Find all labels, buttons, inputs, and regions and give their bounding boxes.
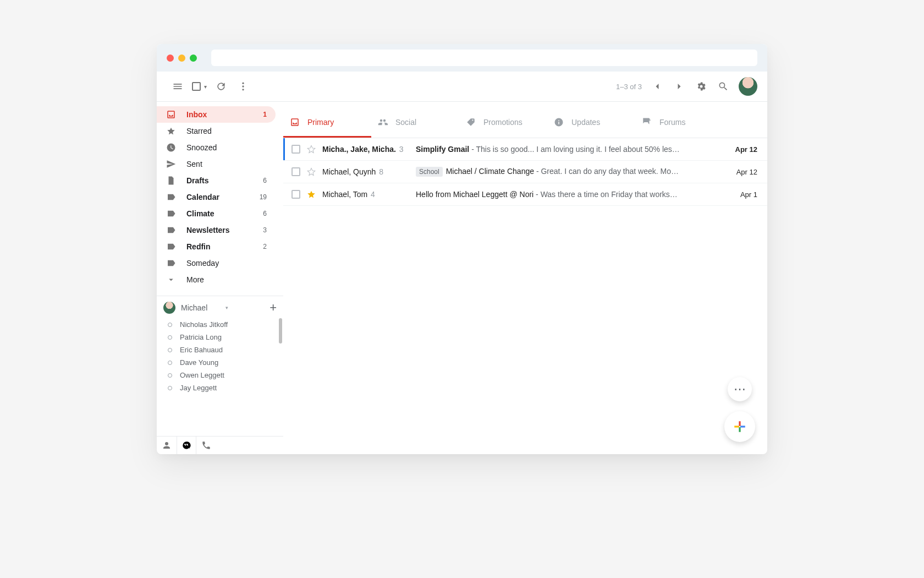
star-icon [166,126,177,136]
sidebar-item-drafts[interactable]: Drafts6 [157,172,276,189]
tab-updates[interactable]: Updates [547,108,635,138]
more-icon[interactable] [232,75,254,97]
sidebar-item-label: More [186,275,267,284]
sidebar-item-redfin[interactable]: Redfin2 [157,238,276,255]
svg-point-0 [242,83,244,84]
sidebar-item-starred[interactable]: Starred [157,123,276,139]
main: Inbox1StarredSnoozedSentDrafts6Calendar1… [157,102,767,454]
sidebar-item-someday[interactable]: Someday [157,255,276,271]
sidebar-item-label: Calendar [186,193,260,201]
sidebar-item-label: Sent [186,160,267,168]
contact-item[interactable]: Nicholas Jitkoff [157,318,283,331]
hangouts-tab-person[interactable] [157,437,177,454]
sidebar-item-more[interactable]: More [157,271,276,288]
url-bar[interactable] [211,50,757,66]
hangouts-username: Michael [181,303,222,312]
contact-name: Owen Leggett [180,371,224,379]
sidebar-item-label: Drafts [186,176,263,185]
compose-fab[interactable] [724,411,755,442]
sidebar-item-label: Redfin [186,242,263,251]
sidebar-item-label: Someday [186,259,267,268]
settings-icon[interactable] [690,75,712,97]
inbox-icon [166,110,177,119]
content: PrimarySocialPromotionsUpdatesForums Mic… [283,102,767,454]
message-date: Apr 12 [736,168,757,176]
message-row[interactable]: Michael, Tom 4Hello from Michael Leggett… [283,183,767,206]
sidebar-item-count: 3 [263,226,267,234]
tab-forums[interactable]: Forums [635,108,723,138]
hangouts-tab-call[interactable] [196,437,216,454]
message-checkbox[interactable] [292,145,300,154]
prev-page-icon[interactable] [646,75,668,97]
send-icon [166,159,177,169]
message-row[interactable]: Micha., Jake, Micha. 3Simplify Gmail - T… [283,138,767,161]
tab-label: Social [395,118,416,127]
forum-icon [642,117,652,127]
hangouts-tab-chat[interactable] [177,437,196,454]
contact-item[interactable]: Patricia Long [157,331,283,343]
sidebar-item-label: Inbox [186,110,263,119]
sidebar-item-snoozed[interactable]: Snoozed [157,139,276,156]
tab-label: Primary [307,118,334,127]
menu-icon[interactable] [167,75,189,97]
toolbar: ▾ 1–3 of 3 [157,72,767,102]
message-date: Apr 12 [735,145,757,154]
scrollbar-thumb[interactable] [279,318,282,343]
message-subject: Simplify Gmail - This is so good... I am… [416,145,724,154]
hangouts-header[interactable]: Michael ▾ + [157,296,283,318]
hangouts-avatar [163,302,175,314]
refresh-icon[interactable] [210,75,232,97]
sidebar-item-inbox[interactable]: Inbox1 [157,106,276,123]
svg-point-2 [242,89,244,90]
more-actions-fab[interactable]: ⋯ [728,377,752,401]
window-minimize-dot[interactable] [178,54,185,62]
message-date: Apr 1 [740,190,757,199]
svg-point-1 [242,85,244,87]
contact-item[interactable]: Eric Bahuaud [157,343,283,356]
message-row[interactable]: Michael, Quynh 8SchoolMichael / Climate … [283,161,767,183]
category-tabs: PrimarySocialPromotionsUpdatesForums [283,108,767,138]
label-icon [166,225,177,235]
star-icon[interactable] [306,144,317,155]
sidebar-item-climate[interactable]: Climate6 [157,205,276,222]
tag-icon [466,117,476,127]
sidebar-item-calendar[interactable]: Calendar19 [157,189,276,205]
star-icon[interactable] [306,166,317,177]
svg-rect-6 [734,426,739,427]
app-window: ▾ 1–3 of 3 Inbox1StarredSnoozedSentDraft… [157,44,767,454]
select-all-checkbox[interactable]: ▾ [189,82,210,91]
tab-promotions[interactable]: Promotions [459,108,547,138]
more-icon [166,275,177,285]
search-icon[interactable] [712,75,734,97]
contact-item[interactable]: Dave Young [157,356,283,369]
presence-icon [168,335,172,340]
clock-icon [166,143,177,152]
info-icon [554,117,564,127]
inbox-icon [290,117,300,127]
message-checkbox[interactable] [292,190,300,199]
people-icon [378,117,388,127]
sidebar-item-sent[interactable]: Sent [157,156,276,172]
window-zoom-dot[interactable] [190,54,197,62]
window-close-dot[interactable] [167,54,174,62]
hangouts-add-icon[interactable]: + [270,301,277,315]
message-sender: Micha., Jake, Micha. 3 [322,145,416,154]
page-info: 1–3 of 3 [616,83,642,91]
next-page-icon[interactable] [668,75,690,97]
tab-social[interactable]: Social [371,108,459,138]
star-icon[interactable] [306,189,317,200]
account-avatar[interactable] [739,77,757,96]
sidebar-item-count: 1 [263,111,267,118]
tab-primary[interactable]: Primary [283,108,371,138]
message-subject: Hello from Michael Leggett @ Nori - Was … [416,190,729,199]
contact-item[interactable]: Owen Leggett [157,369,283,381]
sidebar-item-label: Starred [186,127,267,135]
label-icon [166,192,177,202]
message-checkbox[interactable] [292,167,300,176]
contact-name: Patricia Long [180,333,222,341]
sidebar-item-newsletters[interactable]: Newsletters3 [157,222,276,238]
label-icon [166,258,177,268]
contact-name: Nicholas Jitkoff [180,320,228,329]
presence-icon [168,373,172,378]
contact-item[interactable]: Jay Leggett [157,381,283,394]
